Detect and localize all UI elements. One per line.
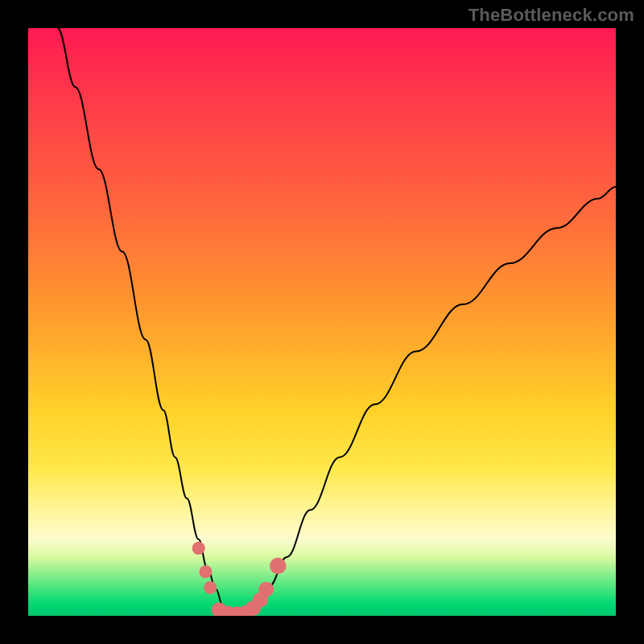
curve-layer [28, 28, 616, 616]
chart-frame: TheBottleneck.com [0, 0, 644, 644]
data-marker [204, 581, 217, 594]
data-marker [270, 558, 286, 574]
data-marker [258, 582, 274, 597]
data-marker [199, 565, 212, 578]
marker-group [192, 542, 287, 616]
watermark-text: TheBottleneck.com [469, 5, 634, 26]
data-marker [192, 542, 205, 555]
left-curve [58, 28, 231, 616]
right-curve [249, 187, 616, 616]
plot-area [28, 28, 616, 616]
